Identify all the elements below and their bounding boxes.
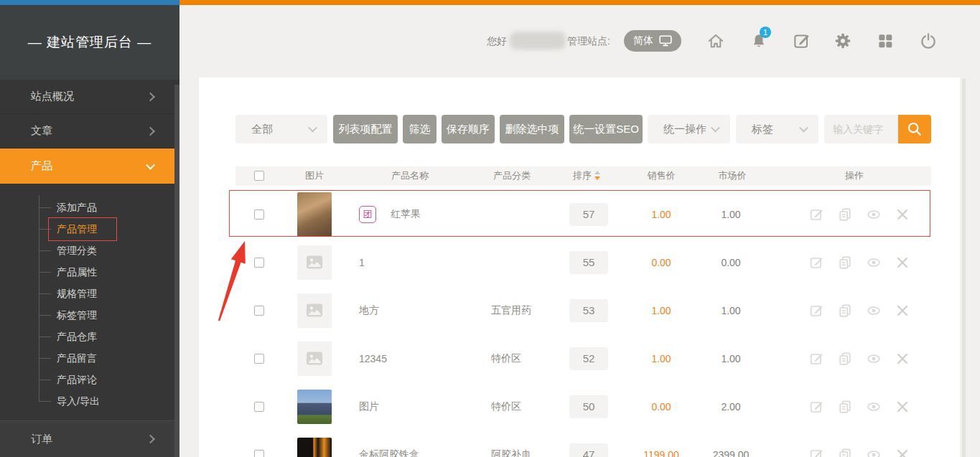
image-placeholder-icon: [306, 255, 323, 270]
delete-selected-button[interactable]: 删除选中项: [500, 115, 564, 143]
admin-page: — 建站管理后台 — 站点概况 文章 产品 添加产品 产品管理 管理分类 产品属…: [0, 0, 980, 457]
product-image[interactable]: [297, 192, 332, 237]
search-button[interactable]: [898, 115, 931, 143]
copy-icon[interactable]: [837, 351, 853, 367]
copy-icon[interactable]: [837, 447, 853, 457]
market-price: 1.00: [699, 353, 763, 364]
sale-price: 0.00: [629, 257, 694, 268]
select-all-checkbox[interactable]: [254, 171, 264, 181]
product-category: 特价区: [491, 400, 521, 413]
view-eye-icon[interactable]: [866, 303, 882, 319]
product-image[interactable]: [297, 438, 332, 457]
market-price: 1.00: [699, 305, 763, 316]
image-placeholder-icon: [306, 351, 323, 366]
sort-value[interactable]: 52: [569, 347, 608, 370]
sidebar-item-products-active[interactable]: 产品: [0, 149, 179, 184]
copy-icon[interactable]: [837, 255, 853, 270]
sidebar-item-articles[interactable]: 文章: [0, 114, 179, 149]
view-eye-icon[interactable]: [866, 447, 882, 457]
edit-icon[interactable]: [808, 447, 824, 457]
row-checkbox[interactable]: [254, 306, 264, 316]
row-checkbox[interactable]: [254, 258, 264, 268]
sort-value[interactable]: 55: [569, 251, 608, 274]
copy-icon[interactable]: [837, 207, 853, 222]
save-order-button[interactable]: 保存顺序: [442, 115, 495, 143]
edit-icon[interactable]: [808, 303, 824, 319]
row-actions: [808, 303, 910, 319]
filter-all-dropdown[interactable]: 全部: [235, 115, 327, 143]
language-label: 简体: [633, 34, 653, 47]
view-eye-icon[interactable]: [866, 351, 882, 367]
col-sort: 排序: [573, 169, 592, 182]
sort-value[interactable]: 53: [569, 299, 608, 322]
sidebar-item-site-overview[interactable]: 站点概况: [0, 80, 179, 114]
product-name[interactable]: 地方: [359, 304, 379, 317]
table-row: 12345 特价区 52 1.00 1.00: [0, 334, 980, 382]
product-image-placeholder[interactable]: [297, 245, 332, 280]
batch-operation-label: 统一操作: [663, 123, 706, 136]
batch-operation-dropdown[interactable]: 统一操作: [648, 115, 730, 143]
row-checkbox[interactable]: [254, 450, 264, 457]
sort-toggle[interactable]: [594, 171, 600, 181]
row-actions: [808, 351, 910, 367]
search-input[interactable]: [824, 115, 898, 143]
edit-icon[interactable]: [808, 255, 824, 270]
seo-settings-button[interactable]: 统一设置SEO: [569, 115, 643, 143]
product-image[interactable]: [297, 390, 332, 424]
sidebar-item-label: 站点概况: [31, 90, 74, 103]
sort-value[interactable]: 57: [569, 203, 608, 226]
edit-icon[interactable]: [808, 399, 824, 415]
row-checkbox[interactable]: [254, 209, 264, 220]
monitor-icon: [659, 35, 672, 47]
view-eye-icon[interactable]: [866, 399, 882, 415]
copy-icon[interactable]: [837, 303, 853, 319]
delete-x-icon[interactable]: [895, 351, 910, 367]
sort-value[interactable]: 47: [569, 443, 608, 457]
row-checkbox[interactable]: [254, 354, 264, 364]
view-eye-icon[interactable]: [866, 207, 882, 222]
col-actions: 操作: [822, 169, 887, 182]
product-image-placeholder[interactable]: [297, 341, 332, 376]
filter-button[interactable]: 筛选: [403, 115, 437, 143]
list-config-button[interactable]: 列表项配置: [333, 115, 398, 143]
tags-dropdown[interactable]: 标签: [736, 115, 818, 143]
chevron-down-icon: [711, 123, 720, 133]
delete-x-icon[interactable]: [895, 447, 910, 457]
home-icon[interactable]: [706, 32, 725, 50]
delete-x-icon[interactable]: [895, 399, 910, 415]
chevron-right-icon: [146, 126, 155, 136]
product-name[interactable]: 金标阿胶铁盒: [359, 448, 419, 457]
product-name[interactable]: 图片: [359, 400, 379, 413]
edit-icon[interactable]: [808, 207, 824, 222]
sort-desc-icon[interactable]: [594, 176, 600, 180]
redacted-username: [510, 32, 566, 50]
language-switch-button[interactable]: 简体: [624, 30, 681, 52]
col-image: 图片: [297, 169, 332, 182]
delete-x-icon[interactable]: [895, 207, 910, 222]
col-market-price: 市场价: [700, 169, 765, 182]
sort-asc-icon[interactable]: [594, 171, 600, 174]
topbar-blue-accent: [0, 0, 179, 5]
chevron-down-icon: [799, 123, 808, 133]
delete-x-icon[interactable]: [895, 303, 910, 319]
product-name[interactable]: 1: [359, 257, 365, 268]
sale-price: 1.00: [629, 305, 694, 316]
table-row: 金标阿胶铁盒 阿胶补血 47 1199.00 2399.00: [0, 430, 980, 457]
sort-value[interactable]: 50: [569, 395, 608, 418]
product-category: 特价区: [491, 352, 521, 365]
edit-icon[interactable]: [808, 351, 824, 367]
row-actions: [808, 207, 910, 222]
logout-power-icon[interactable]: [919, 32, 938, 50]
product-category: 五官用药: [491, 304, 531, 317]
row-checkbox[interactable]: [254, 402, 264, 412]
compose-edit-icon[interactable]: [792, 32, 811, 50]
product-name[interactable]: 红苹果: [391, 208, 421, 221]
copy-icon[interactable]: [837, 399, 853, 415]
product-image-placeholder[interactable]: [297, 293, 332, 328]
product-name[interactable]: 12345: [359, 353, 387, 364]
apps-grid-icon[interactable]: [876, 32, 895, 50]
settings-gear-icon[interactable]: [834, 32, 852, 50]
col-product-name: 产品名称: [391, 169, 429, 182]
delete-x-icon[interactable]: [895, 255, 910, 270]
view-eye-icon[interactable]: [866, 255, 882, 270]
